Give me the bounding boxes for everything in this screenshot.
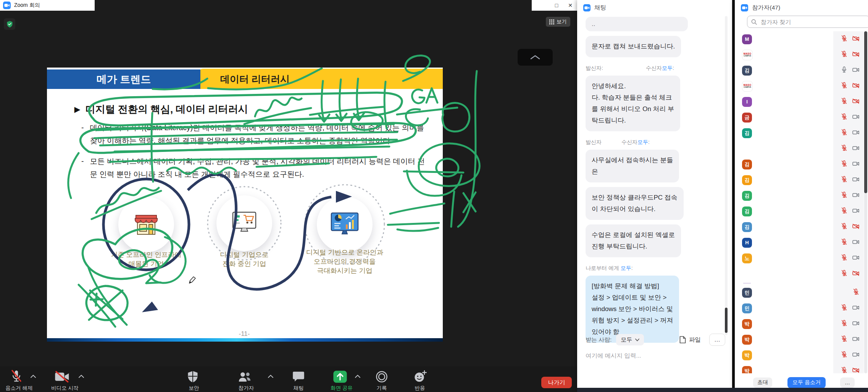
participant-row[interactable]: 김: [735, 172, 868, 188]
view-button[interactable]: 보기: [546, 17, 570, 27]
slide-header-right-label: 데이터 리터러시: [209, 71, 301, 87]
chat-bubble: ..: [586, 17, 688, 31]
participants-scrollbar-thumb[interactable]: [864, 31, 867, 193]
participants-icon: [237, 371, 252, 382]
maso-campus-avatar: MASOCAMPUS: [742, 81, 753, 92]
mute-all-button[interactable]: 모두 음소거: [787, 377, 826, 388]
window-title: Zoom 회의: [14, 2, 40, 9]
participant-row[interactable]: 김: [735, 188, 868, 203]
zoom-logo-icon: [3, 2, 11, 9]
grid-icon: [549, 19, 554, 24]
unmute-button[interactable]: [10, 369, 23, 383]
close-button[interactable]: ✕: [563, 2, 577, 8]
camera-off-icon: [852, 50, 860, 60]
participants-footer: 초대 모두 음소거 …: [735, 376, 868, 389]
participant-row[interactable]: 금: [735, 110, 868, 125]
video-options-chevron[interactable]: [79, 375, 84, 378]
participant-row[interactable]: 박: [735, 347, 868, 363]
invite-button[interactable]: 초대: [753, 377, 772, 388]
share-screen-icon: [333, 370, 347, 383]
chat-footer: 받는 사람: 모두 파일 … 여기에 메시지 입력...: [586, 334, 725, 360]
mic-muted-icon: [841, 82, 848, 90]
participant-avatar: I: [742, 97, 752, 107]
participant-row[interactable]: [735, 141, 868, 156]
slide-bullet-2: - 모든 비즈니스에서 데이터 기획, 수집, 관리, 가공 및 분석, 시각화…: [81, 155, 429, 181]
file-button[interactable]: 파일: [679, 336, 701, 344]
participant-row[interactable]: 박: [735, 332, 868, 347]
blank-avatar: [742, 269, 752, 279]
participant-row[interactable]: [735, 266, 868, 282]
chat-message-list[interactable]: ..문자로 캡쳐 보내드렸습니다.발신자:수신자모두:안녕하세요.다. 학습자 …: [586, 15, 721, 343]
participant-avatar: 민: [742, 288, 752, 298]
participant-row[interactable]: 김: [735, 219, 868, 235]
record-icon: [376, 371, 388, 383]
chat-scrollbar-thumb[interactable]: [725, 308, 728, 333]
to-label: 받는 사람:: [586, 336, 611, 344]
mic-muted-icon: [841, 238, 848, 247]
mic-muted-icon: [841, 113, 848, 122]
mic-muted-icon: [10, 369, 23, 383]
participant-row[interactable]: M: [735, 31, 868, 47]
slide-header-left-label: 메가 트렌드: [97, 73, 151, 86]
camera-off-icon: [852, 366, 860, 374]
chat-scrollbar-track[interactable]: [725, 16, 728, 335]
participant-row[interactable]: 김: [735, 156, 868, 172]
encryption-shield-badge[interactable]: [4, 18, 15, 30]
participant-row[interactable]: 김: [735, 203, 868, 219]
security-label: 보안: [167, 385, 221, 392]
participant-avatar: 김: [742, 191, 752, 201]
chat-input[interactable]: 여기에 메시지 입력...: [586, 352, 725, 360]
share-screen-button[interactable]: [333, 370, 347, 383]
chat-bubble: 수업은 로컬에 설치된 엑셀로진행 부탁드립니다.: [586, 224, 681, 257]
stage-circle-3: [317, 197, 373, 252]
camera-on-icon: [852, 319, 860, 329]
window-controls: □ ✕: [532, 0, 577, 11]
participant-avatar: 노: [742, 253, 752, 263]
participant-row[interactable]: MASOCAMPUS: [735, 78, 868, 94]
participant-avatar: 박: [742, 350, 752, 360]
participants-panel-header: 참가자(47): [735, 0, 868, 15]
mic-muted-icon: [841, 129, 848, 137]
participant-avatar: 김: [742, 66, 752, 76]
mic-muted-icon: [841, 97, 848, 106]
taskbar-strip: [577, 388, 868, 392]
mic-options-chevron[interactable]: [31, 375, 36, 378]
participants-button[interactable]: [237, 371, 252, 382]
participant-list-divider: [735, 282, 868, 285]
chat-meta-label: 발신자:수신자모두:: [586, 65, 721, 72]
title-bar: Zoom 회의: [0, 0, 95, 11]
participant-row[interactable]: I: [735, 94, 868, 110]
participants-chevron[interactable]: [268, 375, 273, 378]
participant-row[interactable]: 김: [735, 125, 868, 141]
security-button[interactable]: [187, 370, 198, 383]
reactions-button[interactable]: [414, 370, 427, 383]
participant-list[interactable]: MMASOCAMPUS김MASOCAMPUSI금김김김김김김H노민민박박박박: [735, 31, 868, 373]
participant-row[interactable]: H: [735, 235, 868, 250]
maximize-button[interactable]: □: [550, 2, 563, 8]
participant-row[interactable]: MASOCAMPUS: [735, 47, 868, 63]
chat-button[interactable]: [292, 371, 305, 382]
participant-row[interactable]: 박: [735, 316, 868, 332]
start-video-button[interactable]: [55, 371, 70, 382]
participants-more-button[interactable]: …: [840, 377, 855, 388]
participants-panel: 참가자(47) ─ □ ✕ MMASOCAMPUS김MASOCAMPUSI금김김…: [735, 0, 868, 392]
reactions-icon: [414, 370, 427, 383]
participant-row[interactable]: 민: [735, 300, 868, 316]
participant-row[interactable]: 박: [735, 363, 868, 373]
collapse-thumbnails-button[interactable]: [518, 49, 553, 66]
chat-more-button[interactable]: …: [709, 334, 725, 346]
record-button[interactable]: [376, 371, 388, 383]
share-options-chevron[interactable]: [355, 375, 360, 378]
zoom-logo-icon: [583, 4, 590, 11]
leave-button[interactable]: 나가기: [541, 377, 572, 388]
zoom-meeting-screen: Zoom 회의 □ ✕ 보기 메가 트렌드 데이터 리터러시 ▶ 디지털 전환의…: [0, 0, 868, 392]
participant-row[interactable]: 노: [735, 250, 868, 266]
heading-marker: ▶: [74, 105, 80, 114]
participant-search-box[interactable]: [747, 16, 868, 28]
participant-row[interactable]: 민: [735, 285, 868, 300]
chevron-down-icon: [635, 339, 639, 341]
participants-title: 참가자(47): [752, 4, 780, 12]
participant-row[interactable]: 김: [735, 63, 868, 78]
recipient-dropdown[interactable]: 모두: [616, 334, 644, 345]
search-input[interactable]: [760, 18, 866, 26]
